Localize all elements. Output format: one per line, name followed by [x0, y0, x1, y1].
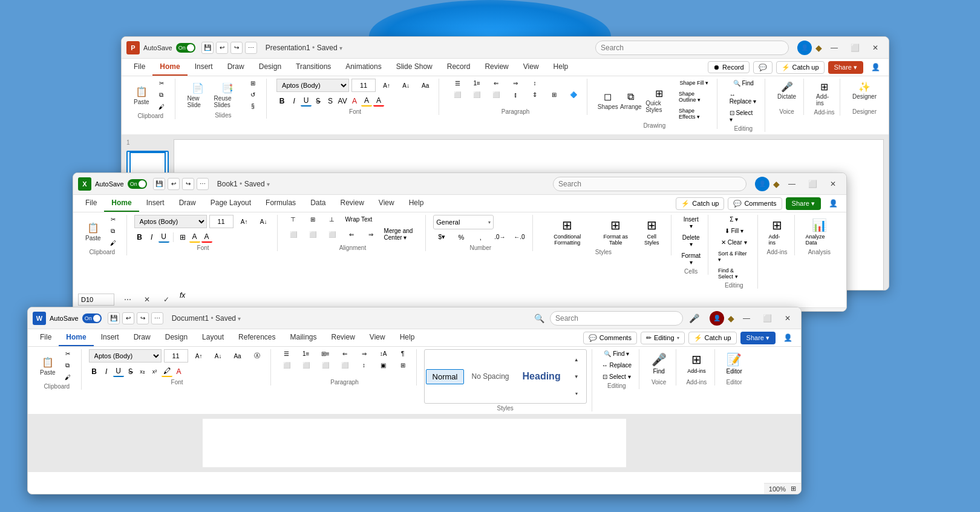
pp-maximize-btn[interactable]: ⬜ — [846, 39, 863, 56]
pp-close-btn[interactable]: ✕ — [867, 39, 884, 56]
wd-sort-btn[interactable]: ↕A — [375, 349, 392, 358]
pp-font-shrink-btn[interactable]: A↓ — [397, 81, 414, 90]
wd-font-color-btn[interactable]: A — [174, 366, 185, 377]
xl-currency-btn[interactable]: $▾ — [433, 232, 450, 242]
wd-editor-btn[interactable]: 📝 Editor — [722, 349, 746, 376]
pp-more-icon[interactable]: ⋯ — [245, 42, 257, 54]
xl-tab-help[interactable]: Help — [402, 195, 431, 212]
wd-underline-btn[interactable]: U — [113, 366, 124, 377]
wd-copy-btn[interactable]: ⧉ — [59, 361, 76, 370]
xl-middle-align-btn[interactable]: ⊞ — [304, 215, 321, 224]
wd-multi-level-btn[interactable]: ⊞≡ — [317, 349, 334, 358]
pp-section-btn[interactable]: § — [244, 102, 261, 111]
pp-bullets-btn[interactable]: ☰ — [449, 79, 466, 88]
xl-tab-data[interactable]: Data — [303, 195, 333, 212]
pp-align-vert-btn[interactable]: ⊞ — [546, 90, 563, 99]
pp-save-icon[interactable]: 💾 — [201, 42, 214, 54]
xl-fill-btn[interactable]: ⬇ Fill ▾ — [716, 226, 753, 235]
xl-italic-btn[interactable]: I — [146, 232, 157, 243]
xl-merge-center-btn[interactable]: Merge and Center ▾ — [382, 226, 421, 242]
pp-format-painter-btn[interactable]: 🖌 — [153, 102, 170, 111]
xl-sum-btn[interactable]: Σ ▾ — [716, 215, 753, 224]
pp-tab-design[interactable]: Design — [252, 59, 289, 76]
xl-redo-icon[interactable]: ↪ — [182, 178, 194, 190]
wd-superscript-btn[interactable]: x² — [149, 366, 160, 377]
wd-replace-btn[interactable]: ↔ Replace — [599, 361, 634, 370]
wd-search-icon[interactable]: 🔍 — [532, 311, 546, 326]
wd-editing-btn[interactable]: ✏ Editing ▾ — [641, 332, 685, 344]
pp-italic-btn[interactable]: I — [289, 96, 299, 107]
xl-tab-view[interactable]: View — [371, 195, 402, 212]
wd-doc-area[interactable] — [28, 414, 801, 472]
wd-search-input[interactable] — [550, 311, 683, 326]
wd-close-btn[interactable]: ✕ — [779, 310, 796, 327]
wd-tab-review[interactable]: Review — [324, 329, 362, 346]
xl-minimize-btn[interactable]: — — [783, 176, 800, 192]
xl-formula-more-icon[interactable]: ⋯ — [119, 291, 136, 308]
xl-bold-btn[interactable]: B — [134, 232, 145, 243]
pp-shape-outline-btn[interactable]: Shape Outline ▾ — [676, 90, 712, 104]
wd-copilot-icon[interactable]: ◆ — [728, 313, 734, 323]
pp-reset-btn[interactable]: ↺ — [244, 90, 261, 99]
xl-undo-icon[interactable]: ↩ — [168, 178, 180, 190]
xl-user-avatar[interactable]: 👤 — [755, 177, 769, 191]
pp-indent-dec-btn[interactable]: ⇐ — [488, 79, 505, 88]
xl-border-btn[interactable]: ⊞ — [177, 232, 188, 243]
pp-comments-btn[interactable]: 💬 — [753, 61, 773, 74]
xl-more-icon[interactable]: ⋯ — [197, 178, 209, 190]
pp-search-input[interactable] — [595, 41, 789, 55]
pp-shape-effects-btn[interactable]: Shape Effects ▾ — [676, 107, 712, 121]
pp-shadow-btn[interactable]: S — [325, 96, 336, 107]
wd-person-icon[interactable]: 👤 — [779, 329, 796, 346]
wd-tab-draw[interactable]: Draw — [126, 329, 158, 346]
xl-autosave-toggle[interactable]: On — [128, 179, 147, 189]
xl-align-left-btn[interactable]: ⬜ — [285, 230, 302, 239]
wd-tab-mailings[interactable]: Mailings — [283, 329, 324, 346]
xl-dec-dec-btn[interactable]: ←.0 — [511, 232, 528, 241]
wd-align-center-btn[interactable]: ⬜ — [298, 361, 315, 370]
pp-record-btn[interactable]: ⏺ Record — [708, 61, 749, 73]
pp-font-color-btn[interactable]: A — [349, 96, 360, 107]
wd-font-grow-btn[interactable]: A↑ — [191, 352, 207, 361]
pp-autosave-toggle[interactable]: On — [176, 43, 195, 53]
wd-minimize-btn[interactable]: — — [738, 310, 755, 327]
xl-paste-btn[interactable]: 📋 Paste — [83, 220, 103, 243]
wd-page[interactable] — [203, 419, 626, 467]
pp-tab-help[interactable]: Help — [546, 59, 576, 76]
pp-reuse-slides-btn[interactable]: 📑 Reuse Slides — [212, 80, 244, 110]
wd-italic-btn[interactable]: I — [101, 366, 112, 377]
wd-strikethrough-btn[interactable]: S̶ — [125, 366, 136, 377]
wd-change-case-btn[interactable]: Aa — [229, 352, 246, 361]
pp-tab-record[interactable]: Record — [440, 59, 478, 76]
xl-formula-input[interactable] — [190, 294, 841, 306]
pp-catchup-btn[interactable]: ⚡ Catch up — [776, 61, 825, 74]
pp-slide-layout-btn[interactable]: ⊞ — [244, 79, 261, 88]
pp-tab-insert[interactable]: Insert — [188, 59, 220, 76]
pp-strikethrough-btn[interactable]: S̶ — [313, 96, 324, 107]
pp-share-btn[interactable]: Share ▾ — [828, 61, 863, 74]
pp-find-btn[interactable]: 🔍 Find — [727, 79, 760, 88]
xl-search-input[interactable] — [553, 177, 746, 191]
pp-char-spacing-btn[interactable]: AV — [337, 96, 348, 107]
wd-justify-btn[interactable]: ⬜ — [336, 361, 353, 370]
xl-tab-draw[interactable]: Draw — [172, 195, 203, 212]
xl-comments-btn[interactable]: 💬 Comments — [728, 197, 782, 210]
pp-align-center-btn[interactable]: ⬜ — [468, 90, 485, 99]
xl-font-shrink-btn[interactable]: A↓ — [255, 217, 272, 226]
wd-undo-icon[interactable]: ↩ — [122, 312, 134, 324]
pp-text-direction-btn[interactable]: ⇕ — [526, 90, 543, 99]
wd-font-shrink-btn[interactable]: A↓ — [210, 352, 227, 361]
wd-style-normal[interactable]: Normal — [426, 369, 465, 384]
wd-bullets-btn[interactable]: ☰ — [278, 349, 295, 358]
wd-maximize-btn[interactable]: ⬜ — [759, 310, 776, 327]
pp-quick-styles-btn[interactable]: ⊞ Quick Styles — [643, 85, 675, 114]
wd-mic-icon[interactable]: 🎤 — [687, 311, 701, 326]
xl-formula-confirm-icon[interactable]: ✓ — [158, 291, 175, 308]
xl-top-align-btn[interactable]: ⊤ — [285, 215, 302, 224]
xl-tab-review[interactable]: Review — [333, 195, 371, 212]
wd-tab-insert[interactable]: Insert — [94, 329, 126, 346]
xl-tab-formulas[interactable]: Formulas — [258, 195, 303, 212]
wd-select-btn[interactable]: ⊡ Select ▾ — [599, 372, 634, 381]
xl-addins-btn[interactable]: ⊞ Add-ins — [765, 215, 789, 248]
pp-tab-home[interactable]: Home — [152, 59, 187, 76]
